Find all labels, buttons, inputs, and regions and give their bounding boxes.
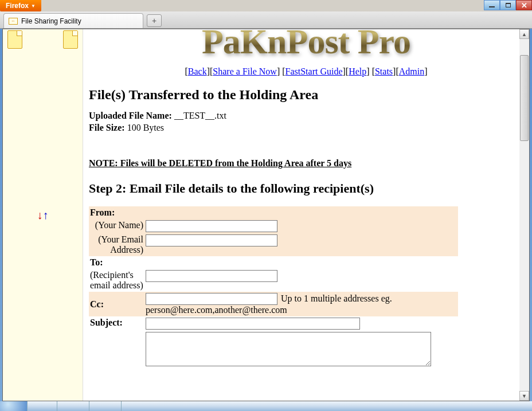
chevron-down-icon: ▼ xyxy=(31,3,36,9)
firefox-menu-button[interactable]: Firefox ▼ xyxy=(0,0,41,11)
link-help[interactable]: Help xyxy=(349,66,366,76)
step2-heading: Step 2: Email File details to the follow… xyxy=(89,181,523,196)
scroll-track[interactable] xyxy=(519,39,529,391)
scroll-thumb[interactable] xyxy=(520,55,529,141)
main-content: PaKnPost Pro [Back][Share a File Now] [F… xyxy=(83,29,529,401)
page-heading: File(s) Transferred to the Holding Area xyxy=(89,87,523,103)
link-stats[interactable]: Stats xyxy=(375,66,393,76)
to-label: To: xyxy=(89,256,144,269)
cc-label: Cc: xyxy=(89,292,144,316)
scroll-up-button[interactable]: ▲ xyxy=(519,29,529,39)
your-email-label: (Your Email Address) xyxy=(89,233,144,256)
minimize-icon xyxy=(489,6,495,7)
tab-strip: ↔ File Sharing Facility + xyxy=(0,11,532,29)
link-back[interactable]: Back xyxy=(188,66,207,76)
link-guide[interactable]: FastStart Guide xyxy=(285,66,343,76)
window-controls: ✕ xyxy=(484,0,532,10)
taskbar-item[interactable] xyxy=(57,401,89,411)
taskbar-item[interactable] xyxy=(28,401,57,411)
deletion-note: NOTE: Files will be DELETED from the Hol… xyxy=(89,158,523,169)
your-name-input[interactable] xyxy=(146,220,277,232)
message-body-input[interactable] xyxy=(146,332,431,366)
file-icon[interactable] xyxy=(7,30,22,49)
desktop: Firefox ▼ ✕ ↔ File Sharing Facility + ↓↑… xyxy=(0,0,532,411)
subject-input[interactable] xyxy=(146,318,360,330)
logo: PaKnPost Pro xyxy=(89,29,523,62)
file-icon[interactable] xyxy=(63,30,78,49)
file-name-label: Uploaded File Name: xyxy=(89,111,172,120)
from-label: From: xyxy=(89,206,144,219)
browser-tab[interactable]: ↔ File Sharing Facility xyxy=(3,13,143,28)
left-sidebar: ↓↑ xyxy=(3,29,83,401)
email-form: From: (Your Name) (Your Email Address) T… xyxy=(89,206,458,370)
firefox-label: Firefox xyxy=(6,2,29,10)
window-titlebar: Firefox ▼ ✕ xyxy=(0,0,532,11)
vertical-scrollbar[interactable]: ▲ ▼ xyxy=(519,29,529,401)
file-size-label: File Size: xyxy=(89,123,125,132)
maximize-icon xyxy=(506,3,511,7)
logo-text: PaKnPost Pro xyxy=(202,29,410,62)
to-input[interactable] xyxy=(146,270,277,282)
link-share[interactable]: Share a File Now xyxy=(213,66,277,76)
taskbar[interactable] xyxy=(0,401,532,411)
nav-links: [Back][Share a File Now] [FastStart Guid… xyxy=(89,66,523,77)
file-name-value: __TEST__.txt xyxy=(174,111,226,120)
scroll-down-button[interactable]: ▼ xyxy=(519,391,529,401)
file-info: Uploaded File Name: __TEST__.txt File Si… xyxy=(89,111,523,133)
cc-input[interactable] xyxy=(146,293,277,305)
close-icon: ✕ xyxy=(521,2,527,9)
tab-title: File Sharing Facility xyxy=(21,17,81,25)
minimize-button[interactable] xyxy=(484,0,500,10)
maximize-button[interactable] xyxy=(500,0,516,10)
new-tab-button[interactable]: + xyxy=(147,14,162,27)
to-hint: (Recipient's email address) xyxy=(89,269,144,292)
link-admin[interactable]: Admin xyxy=(399,66,424,76)
your-email-input[interactable] xyxy=(146,234,277,246)
favicon-icon: ↔ xyxy=(9,18,18,25)
close-button[interactable]: ✕ xyxy=(516,0,532,10)
your-name-label: (Your Name) xyxy=(89,219,144,233)
transfer-icon[interactable]: ↓↑ xyxy=(37,30,49,400)
start-button[interactable] xyxy=(0,401,28,411)
file-size-value: 100 Bytes xyxy=(127,123,164,132)
subject-label: Subject: xyxy=(89,316,144,331)
taskbar-item[interactable] xyxy=(89,401,122,411)
browser-viewport: ↓↑ PaKnPost Pro [Back][Share a File Now]… xyxy=(2,29,530,401)
